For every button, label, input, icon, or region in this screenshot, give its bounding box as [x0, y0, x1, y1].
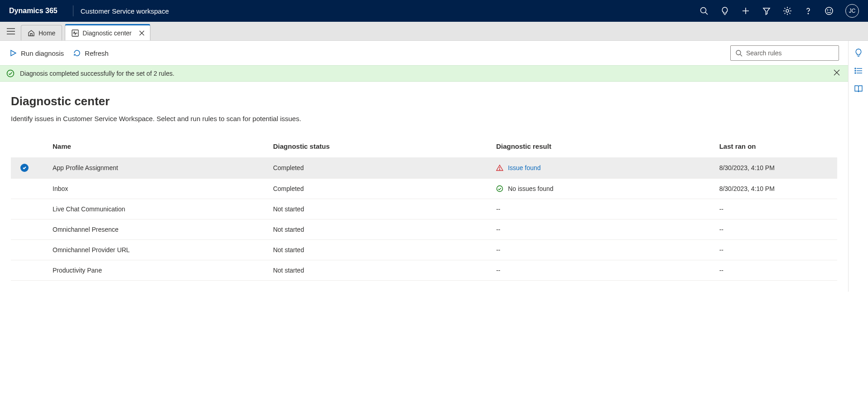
- row-status: Not started: [270, 240, 492, 260]
- svg-point-7: [827, 10, 828, 10]
- refresh-label: Refresh: [85, 49, 109, 57]
- row-select-cell[interactable]: [11, 220, 38, 240]
- global-navbar: Dynamics 365 Customer Service workspace …: [0, 0, 868, 22]
- col-select: [11, 137, 38, 157]
- checkmark-icon: [20, 164, 29, 172]
- home-icon: [28, 29, 35, 37]
- play-icon: [9, 49, 17, 57]
- row-last-ran: --: [716, 199, 837, 220]
- table-row[interactable]: Omnichannel Provider URLNot started----: [11, 240, 837, 260]
- divider: [73, 5, 73, 16]
- svg-point-5: [808, 13, 808, 14]
- row-name: Productivity Pane: [38, 260, 270, 281]
- tab-diagnostic-center[interactable]: Diagnostic center: [65, 24, 150, 40]
- row-status: Completed: [270, 179, 492, 199]
- lightbulb-icon[interactable]: [854, 48, 863, 57]
- run-diagnosis-label: Run diagnosis: [21, 49, 64, 57]
- table-row[interactable]: Omnichannel PresenceNot started----: [11, 220, 837, 240]
- warning-triangle-icon: [496, 164, 503, 171]
- gear-icon[interactable]: [783, 6, 792, 15]
- svg-point-28: [855, 73, 856, 73]
- tab-strip: Home Diagnostic center: [0, 22, 868, 41]
- svg-point-4: [786, 10, 789, 12]
- search-rules-input[interactable]: [746, 49, 834, 57]
- row-last-ran: 8/30/2023, 4:10 PM: [716, 157, 837, 179]
- table-row[interactable]: InboxCompletedNo issues found8/30/2023, …: [11, 179, 837, 199]
- row-status: Not started: [270, 260, 492, 281]
- row-name: App Profile Assignment: [38, 157, 270, 179]
- col-result[interactable]: Diagnostic result: [492, 137, 715, 157]
- svg-point-27: [855, 70, 856, 71]
- row-result: --: [492, 199, 715, 220]
- row-name: Omnichannel Provider URL: [38, 240, 270, 260]
- productivity-pane: [848, 41, 868, 292]
- page-title: Diagnostic center: [11, 94, 837, 108]
- svg-point-26: [855, 68, 856, 69]
- lightbulb-icon[interactable]: [720, 6, 729, 15]
- row-select-cell[interactable]: [11, 199, 38, 220]
- page-description: Identify issues in Customer Service Work…: [11, 115, 837, 122]
- filter-icon[interactable]: [762, 6, 771, 15]
- col-status[interactable]: Diagnostic status: [270, 137, 492, 157]
- pulse-icon: [72, 29, 79, 37]
- row-status: Not started: [270, 220, 492, 240]
- check-circle-icon: [6, 69, 14, 78]
- tab-home[interactable]: Home: [21, 25, 62, 40]
- svg-point-0: [701, 8, 706, 13]
- issue-found-link[interactable]: Issue found: [508, 164, 540, 171]
- row-name: Live Chat Communication: [38, 199, 270, 220]
- refresh-button[interactable]: Refresh: [73, 49, 109, 57]
- search-rules-box[interactable]: [730, 45, 839, 61]
- row-result: No issues found: [492, 179, 715, 199]
- book-icon[interactable]: [854, 84, 863, 93]
- tab-home-label: Home: [39, 29, 55, 37]
- row-status: Completed: [270, 157, 492, 179]
- row-status: Not started: [270, 199, 492, 220]
- svg-point-21: [500, 169, 500, 170]
- row-select-cell[interactable]: [11, 179, 38, 199]
- row-result: --: [492, 240, 715, 260]
- run-diagnosis-button[interactable]: Run diagnosis: [9, 49, 64, 57]
- row-last-ran: --: [716, 260, 837, 281]
- workspace-label: Customer Service workspace: [81, 7, 169, 15]
- row-last-ran: 8/30/2023, 4:10 PM: [716, 179, 837, 199]
- svg-point-8: [830, 10, 830, 10]
- smile-icon[interactable]: [825, 6, 834, 15]
- row-last-ran: --: [716, 220, 837, 240]
- check-circle-icon: [496, 185, 503, 192]
- svg-line-16: [740, 54, 742, 56]
- svg-point-6: [825, 7, 833, 15]
- table-row[interactable]: Productivity PaneNot started----: [11, 260, 837, 281]
- plus-icon[interactable]: [741, 6, 750, 15]
- tab-active-label: Diagnostic center: [82, 29, 131, 37]
- search-icon[interactable]: [699, 6, 709, 15]
- row-select-cell[interactable]: [11, 240, 38, 260]
- banner-close-icon[interactable]: [834, 69, 842, 78]
- row-result: --: [492, 260, 715, 281]
- row-select-cell[interactable]: [11, 260, 38, 281]
- svg-point-22: [497, 186, 503, 192]
- command-bar: Run diagnosis Refresh: [0, 41, 848, 65]
- user-avatar[interactable]: JC: [845, 4, 859, 18]
- diagnostic-rules-table: Name Diagnostic status Diagnostic result…: [11, 137, 837, 281]
- refresh-icon: [73, 49, 81, 57]
- help-icon[interactable]: [804, 6, 813, 15]
- row-result[interactable]: Issue found: [492, 157, 715, 179]
- brand-label: Dynamics 365: [9, 7, 58, 15]
- row-result: --: [492, 220, 715, 240]
- row-name: Inbox: [38, 179, 270, 199]
- close-icon[interactable]: [138, 29, 145, 37]
- table-row[interactable]: Live Chat CommunicationNot started----: [11, 199, 837, 220]
- banner-message: Diagnosis completed successfully for the…: [20, 70, 174, 77]
- row-name: Omnichannel Presence: [38, 220, 270, 240]
- col-name[interactable]: Name: [38, 137, 270, 157]
- table-row[interactable]: App Profile AssignmentCompletedIssue fou…: [11, 157, 837, 179]
- list-icon[interactable]: [854, 66, 863, 75]
- search-icon: [735, 49, 743, 57]
- hamburger-icon[interactable]: [5, 25, 17, 38]
- svg-point-15: [736, 50, 741, 55]
- row-select-cell[interactable]: [11, 157, 38, 179]
- col-last-ran[interactable]: Last ran on: [716, 137, 837, 157]
- page-header: Diagnostic center Identify issues in Cus…: [0, 82, 848, 126]
- success-banner: Diagnosis completed successfully for the…: [0, 65, 848, 82]
